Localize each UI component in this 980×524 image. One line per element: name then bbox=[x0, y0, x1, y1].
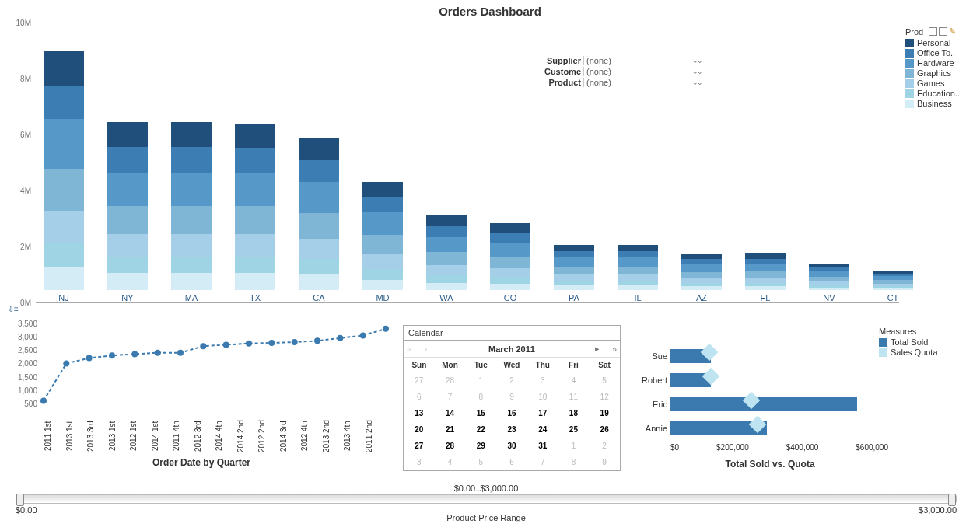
bar-column[interactable]: TX bbox=[235, 124, 275, 302]
bar-category-label[interactable]: TX bbox=[250, 293, 261, 302]
calendar-day[interactable]: 27 bbox=[404, 372, 435, 389]
bar-category-label[interactable]: IL bbox=[634, 293, 641, 302]
legend-item[interactable]: Graphics bbox=[905, 68, 966, 78]
bar-column[interactable]: CA bbox=[299, 138, 339, 302]
bar-column[interactable]: WA bbox=[426, 215, 467, 302]
bar-category-label[interactable]: NV bbox=[823, 293, 835, 302]
quota-row[interactable]: Annie bbox=[670, 417, 888, 439]
bar-category-label[interactable]: AZ bbox=[696, 293, 707, 302]
legend-item[interactable]: Games bbox=[905, 79, 966, 88]
calendar-prev-year[interactable]: « bbox=[404, 344, 415, 354]
calendar-prev-month[interactable]: ‹ bbox=[421, 344, 432, 354]
calendar-day[interactable]: 8 bbox=[465, 389, 496, 405]
line-point[interactable] bbox=[109, 352, 115, 358]
line-point[interactable] bbox=[131, 351, 138, 357]
calendar-day[interactable]: 18 bbox=[558, 405, 590, 421]
line-point[interactable] bbox=[200, 343, 206, 349]
line-point[interactable] bbox=[86, 355, 93, 362]
legend-grid-icon[interactable] bbox=[929, 27, 937, 36]
calendar-day[interactable]: 31 bbox=[527, 438, 558, 454]
calendar-day[interactable]: 1 bbox=[558, 438, 590, 454]
calendar-day[interactable]: 20 bbox=[404, 421, 435, 438]
legend-item[interactable]: Sales Quota bbox=[879, 348, 949, 357]
calendar-day[interactable]: 3 bbox=[527, 372, 558, 389]
calendar-day[interactable]: 27 bbox=[404, 438, 435, 454]
legend-item[interactable]: Total Sold bbox=[879, 337, 949, 347]
line-point[interactable] bbox=[383, 326, 389, 332]
chevron-down-icon[interactable]: ⌄⌄ bbox=[692, 68, 702, 75]
calendar-day[interactable]: 10 bbox=[527, 389, 558, 405]
line-point[interactable] bbox=[223, 341, 229, 348]
calendar-day[interactable]: 15 bbox=[465, 405, 496, 421]
calendar-next-year[interactable]: » bbox=[609, 344, 620, 354]
calendar-day[interactable]: 7 bbox=[435, 389, 466, 405]
legend-item[interactable]: Hardware bbox=[905, 58, 966, 68]
calendar-day[interactable]: 6 bbox=[496, 454, 527, 470]
calendar-day[interactable]: 23 bbox=[496, 421, 527, 438]
calendar-day[interactable]: 22 bbox=[465, 421, 496, 438]
bar-column[interactable]: NJ bbox=[44, 51, 84, 302]
calendar-day[interactable]: 5 bbox=[589, 372, 620, 389]
line-point[interactable] bbox=[360, 332, 366, 338]
quota-row[interactable]: Eric bbox=[670, 393, 888, 415]
line-point[interactable] bbox=[177, 350, 184, 356]
calendar-day[interactable]: 17 bbox=[527, 405, 558, 421]
legend-view-icon[interactable] bbox=[939, 27, 947, 36]
line-point[interactable] bbox=[155, 350, 161, 356]
quota-row[interactable]: Robert bbox=[670, 369, 888, 391]
calendar-day[interactable]: 2 bbox=[589, 438, 620, 454]
calendar-day[interactable]: 28 bbox=[435, 438, 466, 454]
bar-category-label[interactable]: CT bbox=[887, 293, 899, 302]
bar-category-label[interactable]: CO bbox=[504, 293, 517, 302]
calendar-day[interactable]: 2 bbox=[496, 372, 527, 389]
line-point[interactable] bbox=[40, 397, 47, 403]
bar-column[interactable]: MD bbox=[362, 182, 403, 302]
line-point[interactable] bbox=[337, 335, 343, 341]
bar-column[interactable]: CT bbox=[873, 271, 913, 302]
line-point[interactable] bbox=[268, 340, 275, 346]
quota-row[interactable]: Sue bbox=[670, 345, 888, 367]
calendar-day[interactable]: 16 bbox=[496, 405, 527, 421]
slider-handle-min[interactable] bbox=[16, 494, 24, 506]
bar-category-label[interactable]: WA bbox=[439, 293, 453, 302]
calendar-day[interactable]: 19 bbox=[589, 405, 620, 421]
legend-item[interactable]: Education.. bbox=[905, 89, 966, 98]
calendar-day[interactable]: 13 bbox=[404, 405, 435, 421]
calendar-day[interactable]: 8 bbox=[558, 454, 590, 470]
line-point[interactable] bbox=[314, 337, 320, 344]
calendar-day[interactable]: 30 bbox=[496, 438, 527, 454]
bar-category-label[interactable]: FL bbox=[761, 293, 771, 302]
bar-column[interactable]: NV bbox=[809, 264, 849, 302]
legend-item[interactable]: Personal bbox=[905, 38, 966, 47]
calendar-day[interactable]: 11 bbox=[558, 389, 590, 405]
bar-category-label[interactable]: NJ bbox=[58, 293, 68, 302]
chevron-down-icon[interactable]: ⌄⌄ bbox=[692, 79, 702, 86]
line-point[interactable] bbox=[292, 339, 298, 345]
slider-track[interactable] bbox=[16, 494, 957, 504]
calendar-day[interactable]: 21 bbox=[435, 421, 466, 438]
calendar-day[interactable]: 7 bbox=[527, 454, 558, 470]
calendar-day[interactable]: 9 bbox=[589, 454, 620, 470]
calendar-next-month[interactable]: ▸ bbox=[592, 344, 603, 354]
bar-column[interactable]: AZ bbox=[681, 254, 722, 302]
bar-category-label[interactable]: CA bbox=[313, 293, 324, 302]
bar-column[interactable]: FL bbox=[745, 253, 786, 302]
calendar-day[interactable]: 28 bbox=[435, 372, 466, 389]
calendar-day[interactable]: 26 bbox=[589, 421, 620, 438]
calendar-day[interactable]: 5 bbox=[465, 454, 496, 470]
bar-column[interactable]: IL bbox=[618, 245, 658, 302]
calendar-day[interactable]: 12 bbox=[589, 389, 620, 405]
bar-category-label[interactable]: MA bbox=[185, 293, 198, 302]
calendar-day[interactable]: 9 bbox=[496, 389, 527, 405]
bar-column[interactable]: CO bbox=[490, 223, 530, 302]
bar-column[interactable]: PA bbox=[554, 245, 594, 302]
legend-item[interactable]: Business bbox=[905, 99, 966, 108]
calendar-day[interactable]: 25 bbox=[558, 421, 590, 438]
filter-value[interactable]: (none) bbox=[583, 78, 692, 87]
calendar-day[interactable]: 4 bbox=[435, 454, 466, 470]
legend-item[interactable]: Office To.. bbox=[905, 48, 966, 58]
bar-category-label[interactable]: MD bbox=[376, 293, 389, 302]
legend-edit-icon[interactable]: ✎ bbox=[949, 26, 956, 37]
chevron-down-icon[interactable]: ⌄⌄ bbox=[692, 57, 702, 65]
calendar-day[interactable]: 14 bbox=[435, 405, 466, 421]
